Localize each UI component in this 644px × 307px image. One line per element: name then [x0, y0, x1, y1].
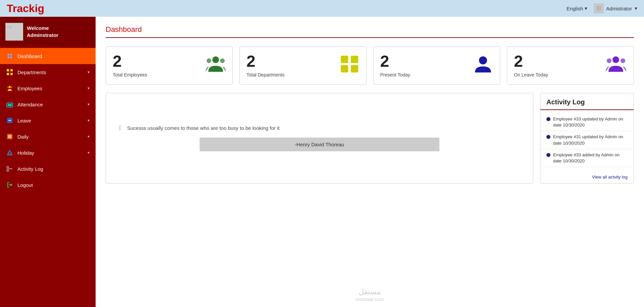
stat-card-on-leave-today: 2 On Leave Today — [507, 46, 634, 85]
sidebar-user: img Welcome Adminstrator — [0, 17, 96, 46]
topbar: Trackig English ▾ Admistrator ▾ — [0, 0, 644, 17]
sidebar-item-label: Departments — [17, 69, 46, 75]
stat-card-present-today: 2 Present Today — [373, 46, 500, 85]
sidebar-item-label: Attendance — [17, 102, 43, 107]
admin-selector[interactable]: Admistrator ▾ — [594, 4, 637, 13]
daily-icon — [6, 133, 13, 140]
on-leave-today-icon — [605, 54, 627, 77]
main-layout: img Welcome Adminstrator Dashboard — [0, 17, 644, 307]
total-employees-icon — [206, 54, 226, 77]
sidebar-item-logout[interactable]: Logout — [0, 177, 96, 193]
svg-point-11 — [9, 86, 11, 88]
present-today-number: 2 — [380, 53, 410, 69]
svg-rect-35 — [351, 65, 358, 72]
chevron-down-icon: ▾ — [88, 150, 90, 155]
svg-rect-10 — [10, 73, 13, 75]
activitylog-icon — [6, 165, 13, 172]
sidebar-welcome: Welcome — [27, 24, 58, 32]
svg-rect-8 — [10, 69, 13, 71]
svg-point-24 — [7, 167, 8, 168]
admin-chevron-icon: ▾ — [635, 5, 637, 11]
present-today-label: Present Today — [380, 72, 410, 78]
language-chevron-icon: ▾ — [585, 5, 587, 11]
sidebar-user-avatar: img — [5, 23, 23, 40]
svg-point-39 — [621, 58, 625, 63]
on-leave-today-number: 2 — [514, 53, 548, 69]
chevron-down-icon: ▾ — [88, 134, 90, 139]
employees-icon — [6, 85, 13, 92]
total-employees-number: 2 — [113, 53, 147, 69]
svg-point-29 — [212, 56, 219, 63]
total-departments-number: 2 — [247, 53, 285, 69]
svg-rect-9 — [7, 73, 9, 75]
svg-point-6 — [10, 56, 12, 58]
activity-log-text: Employee #33 updated by Admin on date 10… — [553, 116, 628, 128]
svg-rect-32 — [341, 56, 348, 63]
svg-rect-0 — [596, 6, 601, 11]
activity-log-footer: View all actvity log — [540, 170, 634, 183]
sidebar-item-activitylog[interactable]: Activity Log — [0, 161, 96, 177]
sidebar-item-leave[interactable]: Leave ▾ — [0, 112, 96, 129]
bottom-row: Sucesss usually comes to those who are t… — [106, 93, 634, 184]
present-today-icon — [473, 54, 493, 77]
sidebar-item-label: Leave — [17, 118, 31, 123]
language-label: English — [567, 6, 583, 11]
stat-card-total-employees: 2 Total Employees — [106, 46, 233, 85]
svg-rect-7 — [7, 69, 9, 71]
attendance-icon — [6, 101, 13, 108]
svg-rect-19 — [8, 135, 11, 138]
quote-card: Sucesss usually comes to those who are t… — [106, 93, 533, 184]
svg-point-5 — [7, 56, 9, 58]
title-divider — [106, 37, 634, 38]
chevron-down-icon: ▾ — [88, 102, 90, 107]
departments-icon — [6, 68, 13, 76]
chevron-down-icon: ▾ — [88, 70, 90, 74]
app-logo: Trackig — [7, 2, 44, 15]
svg-text:img: img — [7, 25, 12, 29]
sidebar-item-attendance[interactable]: Attendance ▾ — [0, 96, 96, 112]
sidebar-item-holiday[interactable]: Holiday ▾ — [0, 145, 96, 161]
watermark-arabic: مستقل — [101, 288, 639, 296]
sidebar-item-label: Daily — [17, 134, 29, 140]
sidebar-item-label: Holiday — [17, 150, 34, 156]
svg-point-27 — [7, 170, 8, 171]
admin-avatar-icon — [594, 4, 603, 13]
activity-log-list: Employee #33 updated by Admin on date 10… — [540, 110, 634, 170]
holiday-icon — [6, 149, 13, 156]
activity-log-card: Activity Log Employee #33 updated by Adm… — [540, 93, 634, 184]
sidebar-item-label: Employees — [17, 86, 42, 91]
sidebar: img Welcome Adminstrator Dashboard — [0, 17, 96, 307]
sidebar-item-dashboard[interactable]: Dashboard — [0, 48, 96, 64]
activity-dot-icon — [546, 135, 550, 139]
svg-point-21 — [10, 152, 12, 153]
activity-log-item: Employee #33 updated by Admin on date 10… — [540, 113, 634, 131]
on-leave-today-label: On Leave Today — [514, 72, 548, 78]
svg-point-37 — [612, 56, 619, 63]
leave-icon — [6, 117, 13, 124]
language-selector[interactable]: English ▾ — [567, 5, 587, 11]
svg-rect-15 — [8, 104, 12, 106]
watermark-latin: mostaql.com — [101, 296, 639, 302]
quote-text: Sucesss usually comes to those who are t… — [119, 125, 520, 131]
chevron-down-icon: ▾ — [88, 86, 90, 91]
chevron-down-icon: ▾ — [88, 118, 90, 123]
svg-point-4 — [10, 54, 12, 56]
activity-log-text: Employee #31 updated by Admin on date 10… — [553, 134, 628, 146]
svg-point-20 — [8, 152, 9, 153]
quote-author: -Henry David Thoreau — [200, 138, 440, 151]
content-area: Dashboard 2 Total Employees — [96, 17, 644, 307]
topbar-right: English ▾ Admistrator ▾ — [567, 4, 637, 13]
view-all-activity-link[interactable]: View all actvity log — [592, 174, 628, 180]
svg-point-38 — [607, 58, 611, 63]
svg-point-3 — [7, 54, 9, 56]
footer-watermark: مستقل mostaql.com — [96, 283, 644, 307]
sidebar-item-label: Activity Log — [17, 166, 43, 172]
activity-dot-icon — [546, 117, 550, 121]
sidebar-admin-name: Adminstrator — [27, 32, 58, 39]
sidebar-item-departments[interactable]: Departments ▾ — [0, 64, 96, 80]
sidebar-item-employees[interactable]: Employees ▾ — [0, 80, 96, 96]
stats-row: 2 Total Employees — [106, 46, 634, 85]
svg-rect-33 — [351, 56, 358, 63]
sidebar-item-daily[interactable]: Daily ▾ — [0, 129, 96, 145]
page-title: Dashboard — [106, 25, 634, 34]
